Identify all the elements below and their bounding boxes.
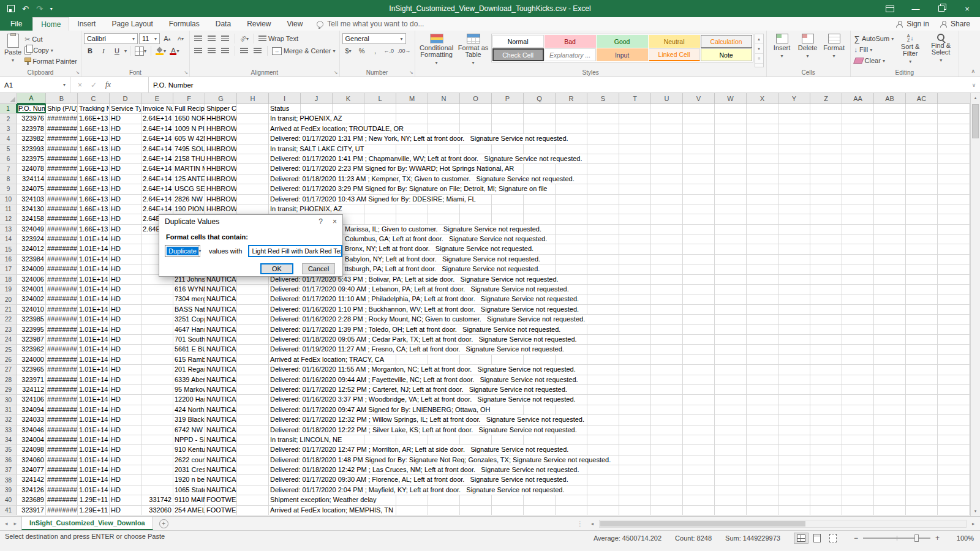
cancel-button[interactable]: Cancel	[302, 263, 335, 274]
cell[interactable]: NAUTICA-	[205, 485, 237, 495]
cell[interactable]	[237, 204, 269, 214]
accounting-format-button[interactable]: $▾	[342, 45, 355, 56]
status-overflow-area[interactable]: In transit; SALT LAKE CITY, UT	[269, 144, 970, 154]
cell[interactable]: 125 ANTEL	[173, 174, 205, 184]
cell[interactable]: 323985	[17, 315, 46, 324]
cell[interactable]: 2826 NW 7	[173, 195, 205, 204]
cell[interactable]: NAUTICA-	[205, 475, 237, 484]
cell[interactable]	[141, 335, 173, 344]
cell[interactable]: ########	[46, 335, 78, 344]
column-header-N[interactable]: N	[428, 93, 460, 104]
cell[interactable]: HD	[110, 144, 141, 154]
row-header[interactable]: 21	[0, 305, 17, 314]
column-header-P[interactable]: P	[492, 93, 524, 104]
cell[interactable]	[141, 315, 173, 324]
style-linked-cell[interactable]: Linked Cell	[649, 48, 700, 61]
cell[interactable]: P.O. Num	[17, 104, 46, 113]
status-overflow-area[interactable]: Delivered: 01/17/2020 5:43 PM ; Bolivar,…	[269, 275, 970, 284]
row-header[interactable]: 34	[0, 435, 17, 444]
cell[interactable]: 323993	[17, 144, 46, 154]
cell[interactable]: 323976	[17, 114, 46, 123]
cell[interactable]: HD	[110, 124, 141, 133]
status-overflow-area[interactable]: Arrived at FedEx location; TROUTDALE, OR	[269, 124, 970, 133]
row-header[interactable]: 35	[0, 445, 17, 454]
column-header-C[interactable]: C	[78, 93, 110, 104]
cell[interactable]: NAUTICA-	[205, 395, 237, 404]
cell[interactable]: HD	[110, 475, 141, 484]
cell[interactable]: ########	[46, 506, 78, 515]
enter-entry-icon[interactable]: ✓	[91, 81, 97, 89]
cell[interactable]: 324001	[17, 285, 46, 294]
cell[interactable]: HHBROWN	[205, 174, 237, 184]
cell[interactable]: 2.64E+14	[141, 174, 173, 184]
cell[interactable]: 424 North	[173, 405, 205, 414]
cell[interactable]: HD	[110, 355, 141, 364]
decrease-decimal-button[interactable]: .00→	[396, 45, 412, 56]
cell[interactable]: ########	[46, 124, 78, 133]
status-overflow-area[interactable]: Delivered: 01/17/2020 09:47 AM Signed fo…	[269, 405, 970, 414]
cell[interactable]	[237, 465, 269, 474]
format-painter-button[interactable]: Format Painter	[23, 56, 78, 67]
save-icon[interactable]	[7, 5, 15, 12]
column-header-G[interactable]: G	[205, 93, 237, 104]
cell[interactable]: 324002	[17, 294, 46, 304]
cell[interactable]: 1.66E+13	[78, 164, 110, 173]
status-overflow-area[interactable]: Status	[269, 104, 970, 113]
zoom-level[interactable]: 100%	[953, 534, 974, 542]
style-neutral[interactable]: Neutral	[649, 35, 700, 48]
cell[interactable]	[237, 425, 269, 435]
cell[interactable]	[237, 506, 269, 515]
status-overflow-area[interactable]: In transit; LINCOLN, NE	[269, 435, 970, 444]
cell[interactable]: 1.29E+11	[78, 495, 110, 504]
cell[interactable]: 324000	[17, 355, 46, 364]
cell[interactable]	[237, 435, 269, 444]
cell[interactable]: 324078	[17, 164, 46, 173]
row-header[interactable]: 15	[0, 244, 17, 253]
cell[interactable]: NAUTICA-	[205, 455, 237, 465]
column-header-O[interactable]: O	[460, 93, 492, 104]
cell[interactable]: ########	[46, 174, 78, 184]
cell[interactable]: 2.64E+14	[141, 134, 173, 143]
status-overflow-area[interactable]	[269, 214, 970, 223]
font-name-combo[interactable]: Calibri ▾	[84, 33, 138, 44]
row-header[interactable]: 22	[0, 315, 17, 324]
gallery-more-icon[interactable]: ≡	[755, 54, 763, 64]
cell[interactable]: HD	[110, 385, 141, 394]
cell[interactable]: 1.01E+14	[78, 475, 110, 484]
status-overflow-area[interactable]: Arrived at FedEx location; MEMPHIS, TN	[269, 506, 970, 515]
cell[interactable]: 201 Regan	[173, 365, 205, 374]
sign-in-button[interactable]: Sign in	[896, 20, 929, 28]
cell[interactable]	[141, 285, 173, 294]
cell[interactable]	[141, 345, 173, 354]
cancel-entry-icon[interactable]: ×	[78, 81, 82, 89]
row-header[interactable]: 14	[0, 234, 17, 244]
cell[interactable]: 1.01E+14	[78, 395, 110, 404]
cell[interactable]	[237, 455, 269, 465]
cell[interactable]: 701 South	[173, 335, 205, 344]
cell[interactable]: ########	[46, 415, 78, 424]
format-style-dropdown[interactable]: Light Red Fill with Dark Red Text ▾	[248, 245, 342, 257]
cell[interactable]: NAUTICA-	[205, 345, 237, 354]
cell[interactable]: NAUTICA-	[205, 435, 237, 444]
increase-font-button[interactable]: A▴	[161, 33, 173, 44]
column-header-V[interactable]: V	[683, 93, 715, 104]
percent-style-button[interactable]: %	[356, 45, 368, 56]
column-header-D[interactable]: D	[110, 93, 141, 104]
row-header[interactable]: 16	[0, 255, 17, 264]
cell[interactable]: ########	[46, 325, 78, 334]
cell[interactable]: HD	[110, 204, 141, 214]
row-header[interactable]: 2	[0, 114, 17, 123]
cell[interactable]: ########	[46, 144, 78, 154]
column-header-U[interactable]: U	[651, 93, 683, 104]
cell[interactable]: HD	[110, 365, 141, 374]
cell[interactable]	[141, 365, 173, 374]
style-note[interactable]: Note	[701, 48, 752, 61]
column-header-T[interactable]: T	[619, 93, 651, 104]
cell[interactable]: 323984	[17, 255, 46, 264]
cell[interactable]: 324009	[17, 264, 46, 274]
cell[interactable]: ########	[46, 244, 78, 253]
status-overflow-area[interactable]: Delivered: 01/18/2020 11:23 AM ; Kempner…	[269, 174, 970, 184]
status-overflow-area[interactable]: Delivered: 01/17/2020 1:41 PM ; Chapmanv…	[269, 154, 970, 163]
cell[interactable]: ########	[46, 435, 78, 444]
cell[interactable]	[237, 415, 269, 424]
